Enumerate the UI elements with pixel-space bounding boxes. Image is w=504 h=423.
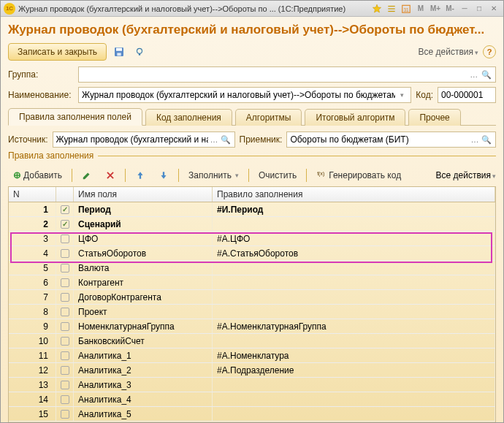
move-down-button[interactable] [153, 168, 174, 183]
bulb-icon[interactable] [131, 44, 148, 60]
cell-field: Аналитика_1 [74, 348, 213, 362]
cell-check[interactable] [56, 392, 74, 406]
checkbox-icon[interactable] [61, 381, 69, 389]
star-icon[interactable] [370, 3, 383, 15]
checkbox-icon[interactable] [61, 351, 69, 360]
tab-final-algorithm[interactable]: Итоговый алгоритм [305, 109, 405, 126]
table-row[interactable]: 1Период#И.Период [9, 202, 495, 217]
code-input[interactable] [438, 87, 496, 103]
checkbox-icon[interactable] [61, 235, 69, 243]
fx-icon: f(x) [316, 169, 327, 181]
cell-check[interactable] [56, 319, 74, 333]
tab-code[interactable]: Код заполнения [145, 109, 232, 126]
maximize-button[interactable]: □ [473, 3, 486, 15]
move-up-button[interactable] [130, 168, 150, 183]
search-icon[interactable]: 🔍 [480, 67, 492, 82]
cell-check[interactable] [56, 407, 74, 421]
ellipsis-icon[interactable]: … [469, 132, 481, 147]
search-icon[interactable]: 🔍 [220, 132, 232, 147]
m-minus-button[interactable]: M- [443, 3, 457, 15]
col-header-field[interactable]: Имя поля [74, 187, 213, 202]
cell-check[interactable] [56, 261, 74, 275]
checkbox-icon[interactable] [61, 337, 69, 346]
all-actions-link[interactable]: Все действия [419, 47, 478, 57]
cell-check[interactable] [56, 290, 74, 304]
fill-button[interactable]: Заполнить [183, 168, 244, 183]
col-header-rule[interactable]: Правило заполнения [213, 187, 495, 202]
grid-body[interactable]: 1Период#И.Период2Сценарий3ЦФО#А.ЦФО4Стат… [9, 202, 495, 423]
add-button[interactable]: ⊕Добавить [8, 167, 67, 183]
generate-code-button[interactable]: f(x)Генерировать код [311, 167, 406, 183]
m-plus-button[interactable]: M+ [429, 3, 442, 15]
m-button[interactable]: M [414, 3, 427, 15]
save-icon[interactable] [111, 44, 127, 60]
name-input[interactable] [78, 87, 411, 103]
cell-check[interactable] [56, 275, 74, 289]
checkbox-icon[interactable] [61, 322, 69, 331]
checkbox-icon[interactable] [61, 395, 69, 404]
dest-input[interactable]: …🔍 [286, 132, 496, 148]
cell-rule [213, 217, 495, 231]
tab-other[interactable]: Прочее [408, 109, 460, 126]
table-row[interactable]: 12Аналитика_2#А.Подразделение [9, 363, 495, 378]
ellipsis-icon[interactable]: … [467, 67, 480, 82]
table-row[interactable]: 6Контрагент [9, 275, 495, 290]
cell-field: Проект [74, 305, 213, 319]
checkbox-icon[interactable] [61, 264, 69, 273]
checkbox-icon[interactable] [61, 366, 69, 375]
table-row[interactable]: 14Аналитика_4 [9, 392, 495, 407]
table-all-actions-link[interactable]: Все действия [436, 170, 496, 180]
table-row[interactable]: 9НоменклатурнаяГруппа#А.НоменклатурнаяГр… [9, 319, 495, 334]
checkbox-icon[interactable] [61, 308, 69, 316]
col-header-n[interactable]: N [9, 187, 56, 202]
cell-check[interactable] [56, 378, 74, 392]
checkbox-icon[interactable] [61, 293, 69, 302]
table-row[interactable]: 13Аналитика_3 [9, 378, 495, 392]
delete-button[interactable] [100, 168, 121, 183]
checkbox-icon[interactable] [61, 220, 69, 229]
help-icon[interactable]: ? [483, 45, 496, 58]
edit-button[interactable] [77, 168, 97, 183]
cell-check[interactable] [56, 202, 74, 216]
calendar-icon[interactable]: 31 [400, 3, 413, 15]
close-button[interactable]: ✕ [487, 3, 500, 15]
checkbox-icon[interactable] [61, 249, 69, 258]
cell-n: 12 [9, 363, 56, 377]
ellipsis-icon[interactable]: … [208, 132, 220, 147]
source-input[interactable]: …🔍 [53, 132, 235, 148]
cell-check[interactable] [56, 334, 74, 348]
search-icon[interactable]: 🔍 [481, 132, 492, 147]
cell-check[interactable] [56, 232, 74, 245]
cell-check[interactable] [56, 305, 74, 319]
table-row[interactable]: 15Аналитика_5 [9, 407, 495, 422]
cell-rule [213, 275, 495, 289]
checkbox-icon[interactable] [61, 278, 69, 287]
dropdown-icon[interactable] [395, 88, 408, 102]
cell-field: Контрагент [74, 275, 213, 289]
table-row[interactable]: 5Валюта [9, 261, 495, 275]
checkbox-icon[interactable] [61, 205, 69, 214]
cell-check[interactable] [56, 348, 74, 362]
minimize-button[interactable]: ─ [458, 3, 471, 15]
table-row[interactable]: 2Сценарий [9, 217, 495, 232]
table-row[interactable]: 7ДоговорКонтрагента [9, 290, 495, 305]
table-row[interactable]: 8Проект [9, 305, 495, 319]
tab-algorithms[interactable]: Алгоритмы [235, 109, 302, 126]
table-row[interactable]: 10БанковскийСчет [9, 334, 495, 348]
cell-n: 3 [9, 232, 56, 245]
table-row[interactable]: 3ЦФО#А.ЦФО [9, 232, 495, 246]
checkbox-icon[interactable] [61, 410, 69, 419]
group-input[interactable]: …🔍 [78, 66, 496, 83]
col-header-check[interactable] [56, 187, 74, 202]
table-row[interactable]: 11Аналитика_1#А.Номенклатура [9, 348, 495, 363]
cell-check[interactable] [56, 217, 74, 231]
list-icon[interactable] [385, 3, 398, 15]
save-close-button[interactable]: Записать и закрыть [8, 43, 107, 61]
tab-rules[interactable]: Правила заполнения полей [8, 108, 142, 126]
cell-check[interactable] [56, 363, 74, 377]
table-row[interactable]: 4СтатьяОборотов#А.СтатьяОборотов [9, 246, 495, 261]
cell-rule: #И.Период [213, 202, 495, 216]
cell-rule: #А.ЦФО [213, 232, 495, 245]
cell-check[interactable] [56, 246, 74, 260]
clear-button[interactable]: Очистить [253, 168, 302, 183]
